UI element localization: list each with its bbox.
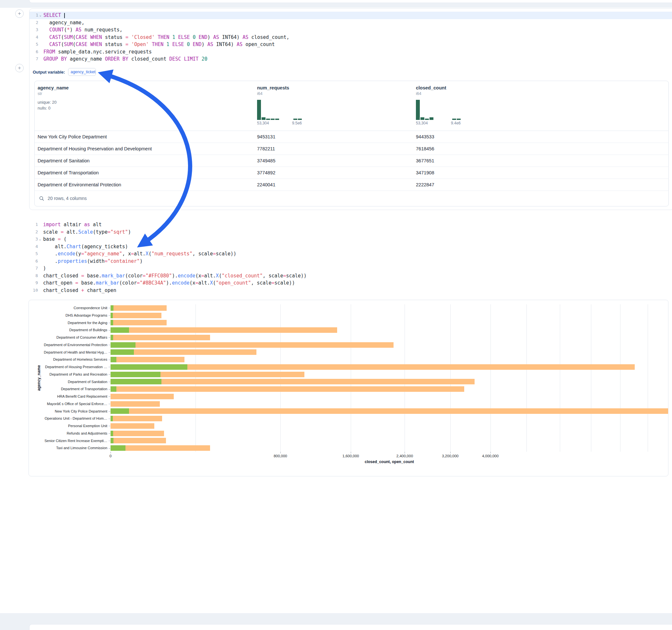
table-summary: 20 rows, 4 columns — [48, 196, 87, 201]
code-text: chart_closed + chart_open — [43, 287, 515, 294]
chart-output: agency_name Correspondence UnitDHS Advan… — [28, 300, 668, 477]
table-cell: 9443533 — [413, 131, 668, 143]
fold-toggle-icon[interactable]: ⌄ — [38, 12, 43, 19]
x-axis-title: closed_count, open_count — [111, 460, 668, 464]
python-editor[interactable]: 1import altair as alt2scale = alt.Scale(… — [29, 221, 515, 294]
bar-open_count — [111, 335, 113, 340]
histogram-bar — [266, 119, 270, 120]
code-line[interactable]: 4 alt.Chart(agency_tickets) — [29, 243, 515, 250]
histogram-bar — [421, 117, 424, 120]
column-header[interactable]: closed_counti6453,3049.4e6 — [413, 81, 668, 130]
y-axis-tick — [109, 419, 110, 419]
line-gutter: 2 — [29, 19, 44, 27]
table-cell: 7618456 — [413, 143, 668, 154]
histogram-bar — [298, 119, 302, 120]
y-axis-tick — [109, 345, 110, 345]
code-line[interactable]: 10chart_closed + chart_open — [29, 287, 515, 294]
bar-closed_count — [111, 431, 164, 436]
table-row[interactable]: Department of Environmental Protection22… — [35, 179, 668, 191]
bar-open_count — [111, 438, 114, 443]
output-variable-chip[interactable]: agency_tickets — [68, 68, 96, 76]
bar-open_count — [111, 349, 134, 355]
y-axis-label: Personal Exemption Unit — [29, 422, 107, 430]
y-axis-tick — [109, 315, 110, 316]
code-line[interactable]: 4 CAST(SUM(CASE WHEN status = 'Closed' T… — [29, 34, 672, 41]
search-icon[interactable] — [39, 196, 44, 201]
y-axis-tick — [109, 404, 110, 404]
x-axis-label: 1,600,000 — [342, 454, 359, 458]
bar-closed_count — [111, 394, 174, 399]
chart-plot — [111, 304, 668, 452]
line-gutter: 5 — [29, 250, 43, 258]
code-line[interactable]: 1⌄SELECT — [29, 12, 672, 19]
line-number: 4 — [32, 34, 38, 41]
table-cell: 3774892 — [254, 167, 413, 178]
table-row[interactable]: Department of Transportation377489234719… — [35, 167, 668, 179]
histogram-bar — [430, 117, 433, 120]
line-number: 9 — [32, 280, 38, 287]
y-axis-tick — [109, 441, 110, 441]
output-variable-row: Output variable: agency_tickets — [33, 68, 96, 76]
code-line[interactable]: 5 .encode(y="agency_name", x=alt.X("num_… — [29, 250, 515, 258]
sql-editor[interactable]: 1⌄SELECT 2 agency_name,3 COUNT(*) AS num… — [29, 12, 672, 63]
sql-cell: 1⌄SELECT 2 agency_name,3 COUNT(*) AS num… — [29, 8, 672, 210]
gridline — [560, 304, 560, 452]
gridline — [450, 304, 451, 452]
code-line[interactable]: 8chart_closed = base.mark_bar(color="#FF… — [29, 272, 515, 280]
code-line[interactable]: 2 agency_name, — [29, 19, 672, 27]
column-type: i64 — [257, 91, 413, 96]
add-cell-button[interactable]: + — [15, 64, 24, 72]
add-cell-button[interactable]: + — [15, 9, 24, 18]
y-axis-label: Department of Sanitation — [29, 378, 107, 386]
table-cell: 2222847 — [413, 179, 668, 191]
line-number: 7 — [32, 265, 38, 272]
y-axis-label: Department of Homeless Services — [29, 356, 107, 363]
bar-open_count — [111, 364, 187, 370]
code-line[interactable]: 6 .properties(width="container") — [29, 258, 515, 265]
gridline — [620, 304, 621, 452]
y-axis-label: Mayorâ€ s Office of Special Enforce… — [29, 400, 107, 408]
line-gutter: 9 — [29, 280, 43, 287]
code-line[interactable]: 2scale = alt.Scale(type="sqrt") — [29, 228, 515, 236]
table-cell: Department of Housing Preservation and D… — [35, 143, 254, 154]
line-gutter: 4 — [29, 34, 44, 41]
y-axis-tick — [109, 367, 110, 367]
code-line[interactable]: 5 CAST(SUM(CASE WHEN status = 'Open' THE… — [29, 41, 672, 48]
line-number: 5 — [32, 250, 38, 258]
code-line[interactable]: 6FROM sample_data.nyc.service_requests — [29, 48, 672, 56]
histogram-bar — [262, 117, 265, 120]
column-type: str — [38, 91, 254, 96]
code-text: import altair as alt — [43, 221, 515, 228]
line-number: 2 — [32, 228, 38, 236]
code-line[interactable]: 9chart_open = base.mark_bar(color="#8BC3… — [29, 280, 515, 287]
bar-closed_count — [111, 305, 167, 311]
fold-toggle-icon[interactable]: ⌄ — [38, 236, 42, 243]
bar-open_count — [111, 313, 113, 318]
code-line[interactable]: 3⌄base = ( — [29, 236, 515, 243]
x-axis-label: 2,400,000 — [397, 454, 413, 458]
table-row[interactable]: Department of Sanitation37494853677651 — [35, 155, 668, 167]
code-line[interactable]: 7GROUP BY agency_name ORDER BY closed_co… — [29, 55, 672, 63]
y-axis-label: Taxi and Limousine Commission — [29, 444, 107, 452]
gridline — [648, 304, 648, 452]
line-gutter: 7 — [29, 55, 44, 63]
column-range: 53,3049.5e6 — [257, 121, 302, 125]
bar-closed_count — [111, 423, 154, 429]
column-header[interactable]: num_requestsi6453,3049.5e6 — [254, 81, 413, 130]
table-row[interactable]: New York City Police Department945313194… — [35, 131, 668, 143]
column-header[interactable]: agency_namestrunique: 20nulls: 0 — [35, 81, 254, 130]
y-axis-label: New York City Police Department — [29, 408, 107, 415]
x-axis-tick — [405, 452, 405, 453]
y-axis-label: Senior Citizen Rent Increase Exempti… — [29, 437, 107, 445]
code-line[interactable]: 1import altair as alt — [29, 221, 515, 228]
next-cell-edge — [29, 624, 672, 630]
line-gutter: 5 — [29, 41, 44, 48]
code-line[interactable]: 7) — [29, 265, 515, 272]
bar-closed_count — [111, 364, 635, 370]
table-cell: 3749485 — [254, 155, 413, 167]
line-gutter: 3⌄ — [29, 236, 43, 243]
gridline — [526, 304, 527, 452]
line-number: 3 — [32, 26, 38, 34]
code-line[interactable]: 3 COUNT(*) AS num_requests, — [29, 26, 672, 34]
table-row[interactable]: Department of Housing Preservation and D… — [35, 143, 668, 155]
